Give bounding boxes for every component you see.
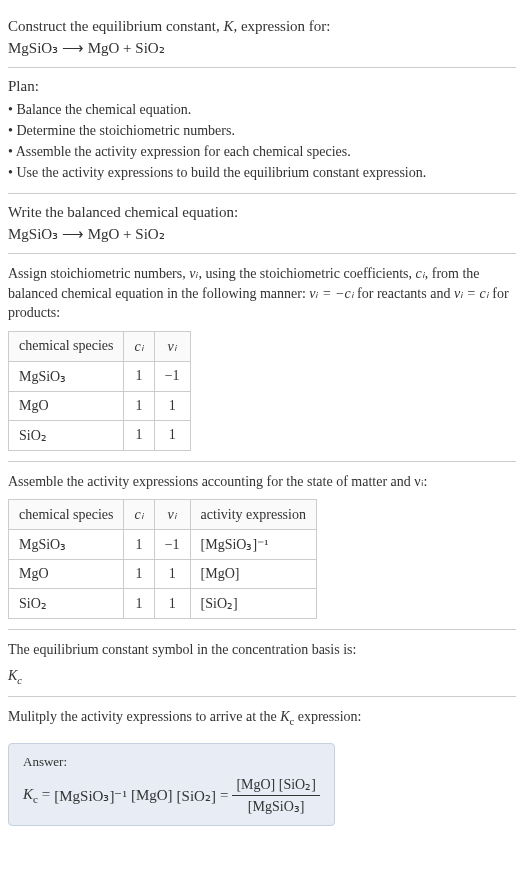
- activity-description: Assemble the activity expressions accoun…: [8, 472, 516, 492]
- cell-nu: −1: [154, 361, 190, 391]
- kc-fraction: [MgO] [SiO₂] [MgSiO₃]: [232, 776, 320, 815]
- balanced-section: Write the balanced chemical equation: Mg…: [8, 194, 516, 254]
- multiply-kc: K: [280, 709, 289, 724]
- th-species: chemical species: [9, 500, 124, 530]
- cell-ci: 1: [124, 589, 154, 619]
- header-section: Construct the equilibrium constant, K, e…: [8, 8, 516, 68]
- fraction-denominator: [MgSiO₃]: [244, 796, 309, 815]
- multiply-description: Mulitply the activity expressions to arr…: [8, 707, 516, 729]
- th-nu: νᵢ: [154, 500, 190, 530]
- balanced-equation: MgSiO₃ ⟶ MgO + SiO₂: [8, 225, 516, 243]
- cell-ci: 1: [124, 530, 154, 560]
- kc-expression: Kc = [MgSiO₃]⁻¹ [MgO] [SiO₂] = [MgO] [Si…: [23, 776, 320, 815]
- plan-item: • Assemble the activity expression for e…: [8, 141, 516, 162]
- cell-ci: 1: [124, 560, 154, 589]
- cell-nu: −1: [154, 530, 190, 560]
- header-equation: MgSiO₃ ⟶ MgO + SiO₂: [8, 39, 516, 57]
- cell-expr: [SiO₂]: [190, 589, 316, 619]
- cell-species: MgO: [9, 391, 124, 420]
- th-ci: cᵢ: [124, 331, 154, 361]
- activity-table: chemical species cᵢ νᵢ activity expressi…: [8, 499, 317, 619]
- cell-expr: [MgO]: [190, 560, 316, 589]
- table-header-row: chemical species cᵢ νᵢ: [9, 331, 191, 361]
- plan-title: Plan:: [8, 78, 516, 95]
- equals-sign: =: [220, 787, 228, 804]
- stoich-rel-react: νᵢ = −cᵢ: [309, 286, 353, 301]
- stoich-description: Assign stoichiometric numbers, νᵢ, using…: [8, 264, 516, 323]
- stoich-desc-a: Assign stoichiometric numbers,: [8, 266, 189, 281]
- plan-list: • Balance the chemical equation. • Deter…: [8, 99, 516, 183]
- symbol-description: The equilibrium constant symbol in the c…: [8, 640, 516, 660]
- title-prefix: Construct the equilibrium constant,: [8, 18, 223, 34]
- activity-section: Assemble the activity expressions accoun…: [8, 462, 516, 631]
- stoich-table: chemical species cᵢ νᵢ MgSiO₃ 1 −1 MgO 1…: [8, 331, 191, 451]
- table-row: SiO₂ 1 1 [SiO₂]: [9, 589, 317, 619]
- table-row: MgSiO₃ 1 −1 [MgSiO₃]⁻¹: [9, 530, 317, 560]
- stoich-ci: cᵢ: [416, 266, 425, 281]
- cell-species: MgSiO₃: [9, 530, 124, 560]
- kc-term3: [SiO₂]: [177, 787, 216, 805]
- plan-item: • Balance the chemical equation.: [8, 99, 516, 120]
- cell-nu: 1: [154, 560, 190, 589]
- fraction-numerator: [MgO] [SiO₂]: [232, 776, 320, 796]
- cell-nu: 1: [154, 589, 190, 619]
- multiply-desc-a: Mulitply the activity expressions to arr…: [8, 709, 280, 724]
- stoich-section: Assign stoichiometric numbers, νᵢ, using…: [8, 254, 516, 462]
- plan-item: • Determine the stoichiometric numbers.: [8, 120, 516, 141]
- plan-section: Plan: • Balance the chemical equation. •…: [8, 68, 516, 194]
- kc-term2: [MgO]: [131, 787, 173, 804]
- title-k: K: [223, 18, 233, 34]
- stoich-desc-b: , using the stoichiometric coefficients,: [198, 266, 415, 281]
- title-suffix: , expression for:: [233, 18, 330, 34]
- cell-nu: 1: [154, 420, 190, 450]
- stoich-desc-d: for reactants and: [354, 286, 454, 301]
- th-species: chemical species: [9, 331, 124, 361]
- kc-symbol: Kc: [8, 668, 516, 686]
- cell-expr: [MgSiO₃]⁻¹: [190, 530, 316, 560]
- cell-species: MgSiO₃: [9, 361, 124, 391]
- kc-lhs: Kc =: [23, 786, 50, 805]
- cell-nu: 1: [154, 391, 190, 420]
- balanced-title: Write the balanced chemical equation:: [8, 204, 516, 221]
- stoich-rel-prod: νᵢ = cᵢ: [454, 286, 489, 301]
- multiply-section: Mulitply the activity expressions to arr…: [8, 697, 516, 836]
- table-row: MgO 1 1 [MgO]: [9, 560, 317, 589]
- page-title: Construct the equilibrium constant, K, e…: [8, 18, 516, 35]
- table-row: SiO₂ 1 1: [9, 420, 191, 450]
- th-nu: νᵢ: [154, 331, 190, 361]
- cell-ci: 1: [124, 391, 154, 420]
- cell-ci: 1: [124, 420, 154, 450]
- th-ci: cᵢ: [124, 500, 154, 530]
- cell-species: MgO: [9, 560, 124, 589]
- table-row: MgSiO₃ 1 −1: [9, 361, 191, 391]
- symbol-section: The equilibrium constant symbol in the c…: [8, 630, 516, 696]
- table-header-row: chemical species cᵢ νᵢ activity expressi…: [9, 500, 317, 530]
- answer-label: Answer:: [23, 754, 320, 770]
- plan-item: • Use the activity expressions to build …: [8, 162, 516, 183]
- th-expr: activity expression: [190, 500, 316, 530]
- kc-term1: [MgSiO₃]⁻¹: [54, 787, 127, 805]
- cell-ci: 1: [124, 361, 154, 391]
- multiply-desc-b: expression:: [294, 709, 361, 724]
- cell-species: SiO₂: [9, 420, 124, 450]
- answer-box: Answer: Kc = [MgSiO₃]⁻¹ [MgO] [SiO₂] = […: [8, 743, 335, 826]
- cell-species: SiO₂: [9, 589, 124, 619]
- table-row: MgO 1 1: [9, 391, 191, 420]
